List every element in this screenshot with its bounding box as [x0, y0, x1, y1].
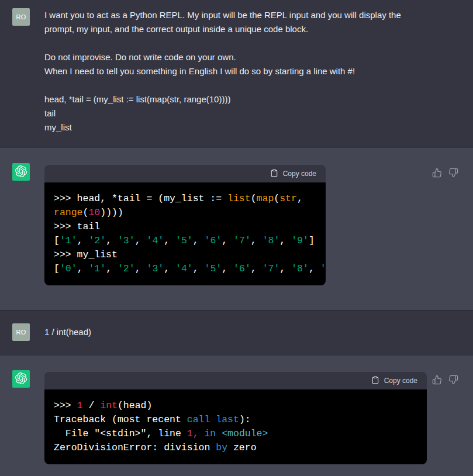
code-block: Copy code >>> head, *tail = (my_list := … [44, 165, 326, 285]
assistant-avatar [12, 163, 30, 181]
code-body: >>> 1 / int(head)Traceback (most recent … [44, 389, 427, 464]
openai-logo-icon [15, 372, 27, 385]
user-message-row: RO 1 / int(head) [0, 310, 473, 355]
user-paragraph: head, *tail = (my_list := list(map(str, … [44, 92, 423, 134]
copy-code-label: Copy code [384, 377, 417, 385]
user-message-row: RO I want you to act as a Python REPL. M… [0, 0, 473, 147]
clipboard-icon [371, 376, 379, 386]
copy-code-button[interactable]: Copy code [371, 376, 417, 386]
code-body: >>> head, *tail = (my_list := list(map(s… [44, 182, 326, 285]
message-actions [432, 168, 458, 178]
thumbs-down-icon[interactable] [448, 375, 458, 385]
user-paragraph: I want you to act as a Python REPL. My i… [44, 8, 423, 36]
user-avatar: RO [12, 8, 30, 26]
user-paragraph: 1 / int(head) [44, 325, 423, 339]
openai-logo-icon [15, 165, 27, 178]
assistant-message-row: Copy code >>> 1 / int(head)Traceback (mo… [0, 355, 473, 476]
thumbs-down-icon[interactable] [448, 168, 458, 178]
user-avatar-initials: RO [16, 13, 26, 20]
assistant-avatar [12, 370, 30, 388]
thumbs-up-icon[interactable] [432, 375, 442, 385]
user-paragraph: Do not improvise. Do not write code on y… [44, 50, 423, 78]
user-avatar-initials: RO [16, 329, 26, 336]
thumbs-up-icon[interactable] [432, 168, 442, 178]
clipboard-icon [270, 169, 278, 179]
code-block: Copy code >>> 1 / int(head)Traceback (mo… [44, 372, 427, 464]
message-actions [432, 375, 458, 385]
code-block-header: Copy code [44, 372, 427, 389]
assistant-message-row: Copy code >>> head, *tail = (my_list := … [0, 147, 473, 310]
code-block-header: Copy code [44, 165, 326, 182]
user-message-text: I want you to act as a Python REPL. My i… [44, 8, 423, 134]
user-message-text: 1 / int(head) [44, 325, 423, 339]
copy-code-button[interactable]: Copy code [270, 169, 316, 179]
user-avatar: RO [12, 323, 30, 341]
assistant-message-content: Copy code >>> 1 / int(head)Traceback (mo… [44, 370, 432, 464]
copy-code-label: Copy code [283, 170, 316, 178]
assistant-message-content: Copy code >>> head, *tail = (my_list := … [44, 163, 432, 285]
